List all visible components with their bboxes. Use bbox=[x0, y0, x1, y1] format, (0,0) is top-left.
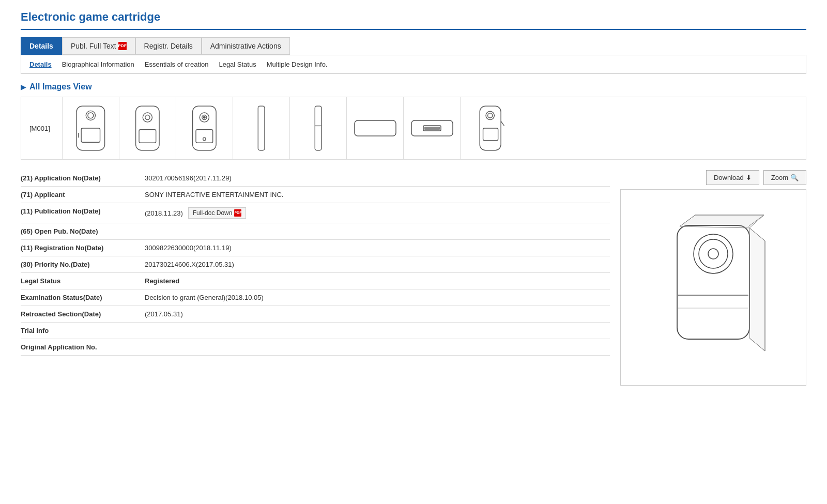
download-button[interactable]: Download ⬇ bbox=[706, 170, 759, 185]
image-panel-controls: Download ⬇ Zoom 🔍 bbox=[620, 170, 806, 185]
page-title: Electronic game cartridge bbox=[21, 10, 806, 24]
images-strip: [M001] bbox=[21, 97, 806, 160]
sub-tab-multiple-design[interactable]: Multiple Design Info. bbox=[267, 59, 328, 69]
svg-point-14 bbox=[203, 138, 206, 140]
table-row: (30) Priority No.(Date) 201730214606.X(2… bbox=[21, 256, 610, 273]
table-row: (11) Registration No(Date) 3009822630000… bbox=[21, 240, 610, 256]
details-section: (21) Application No(Date) 3020170056196(… bbox=[21, 170, 806, 386]
svg-rect-18 bbox=[355, 120, 396, 136]
detail-value-applicant: SONY INTERACTIVE ENTERTAINMENT INC. bbox=[145, 191, 610, 198]
svg-rect-25 bbox=[483, 128, 498, 141]
table-row: (65) Open Pub. No(Date) bbox=[21, 223, 610, 240]
detail-label-priority: (30) Priority No.(Date) bbox=[21, 261, 145, 268]
zoom-icon: 🔍 bbox=[790, 174, 799, 181]
detail-value-exam: Decision to grant (General)(2018.10.05) bbox=[145, 294, 610, 301]
svg-point-12 bbox=[204, 116, 206, 118]
svg-point-2 bbox=[88, 113, 94, 118]
detail-value-pub-no: (2018.11.23) Full-doc Down PDF bbox=[145, 207, 610, 219]
images-list bbox=[63, 97, 806, 159]
sub-tab-biographical[interactable]: Biographical Information bbox=[62, 59, 134, 69]
svg-point-1 bbox=[86, 111, 95, 120]
detail-label-applicant: (71) Applicant bbox=[21, 191, 145, 198]
title-divider bbox=[21, 29, 806, 30]
tab-details[interactable]: Details bbox=[21, 37, 62, 55]
svg-point-30 bbox=[708, 249, 718, 259]
sub-tab-legal-status[interactable]: Legal Status bbox=[219, 59, 256, 69]
image-preview[interactable] bbox=[620, 189, 806, 386]
svg-rect-13 bbox=[196, 130, 213, 143]
images-label: [M001] bbox=[21, 97, 63, 159]
device-image-4[interactable] bbox=[233, 97, 290, 159]
sub-tab-essentials[interactable]: Essentials of creation bbox=[145, 59, 209, 69]
svg-point-7 bbox=[145, 115, 150, 120]
detail-value-reg-no: 3009822630000(2018.11.19) bbox=[145, 244, 610, 252]
detail-label-exam: Examination Status(Date) bbox=[21, 294, 145, 301]
table-row: (11) Publication No(Date) (2018.11.23) F… bbox=[21, 203, 610, 223]
tab-registr-details[interactable]: Registr. Details bbox=[135, 37, 202, 55]
device-image-8[interactable] bbox=[461, 97, 517, 159]
detail-value-legal: Registered bbox=[145, 277, 610, 285]
svg-rect-3 bbox=[81, 128, 100, 142]
all-images-header: ▶ All Images View bbox=[21, 82, 806, 91]
svg-point-24 bbox=[487, 113, 492, 118]
table-row: Examination Status(Date) Decision to gra… bbox=[21, 289, 610, 306]
sub-tab-details[interactable]: Details bbox=[29, 59, 52, 69]
table-row: (71) Applicant SONY INTERACTIVE ENTERTAI… bbox=[21, 187, 610, 203]
svg-rect-27 bbox=[677, 225, 749, 339]
image-panel: Download ⬇ Zoom 🔍 bbox=[620, 170, 806, 386]
table-row: Legal Status Registered bbox=[21, 273, 610, 289]
device-image-2[interactable] bbox=[119, 97, 176, 159]
details-table: (21) Application No(Date) 3020170056196(… bbox=[21, 170, 610, 356]
tab-admin-actions[interactable]: Administrative Actions bbox=[202, 37, 290, 55]
device-image-6[interactable] bbox=[347, 97, 404, 159]
sub-tabs: Details Biographical Information Essenti… bbox=[21, 55, 806, 74]
table-row: Original Application No. bbox=[21, 339, 610, 356]
detail-value-retro: (2017.05.31) bbox=[145, 310, 610, 318]
device-image-7[interactable] bbox=[404, 97, 461, 159]
device-image-3[interactable] bbox=[176, 97, 233, 159]
pdf-icon-sm: PDF bbox=[234, 209, 241, 217]
svg-rect-21 bbox=[424, 127, 440, 130]
detail-label-retro: Retroacted Section(Date) bbox=[21, 310, 145, 318]
table-row: Retroacted Section(Date) (2017.05.31) bbox=[21, 306, 610, 323]
expand-triangle-icon[interactable]: ▶ bbox=[21, 83, 26, 91]
preview-svg bbox=[636, 194, 791, 380]
detail-label-legal: Legal Status bbox=[21, 277, 145, 285]
zoom-label: Zoom bbox=[771, 174, 788, 181]
detail-label-app-no: (21) Application No(Date) bbox=[21, 174, 145, 182]
all-images-title: All Images View bbox=[29, 82, 92, 91]
svg-rect-8 bbox=[139, 130, 156, 143]
detail-label-open-pub: (65) Open Pub. No(Date) bbox=[21, 227, 145, 235]
detail-value-priority: 201730214606.X(2017.05.31) bbox=[145, 261, 610, 268]
detail-label-pub-no: (11) Publication No(Date) bbox=[21, 207, 145, 215]
zoom-button[interactable]: Zoom 🔍 bbox=[763, 170, 806, 185]
svg-point-23 bbox=[486, 111, 494, 119]
table-row: (21) Application No(Date) 3020170056196(… bbox=[21, 170, 610, 187]
svg-line-26 bbox=[501, 121, 504, 126]
download-label: Download bbox=[714, 174, 744, 181]
detail-value-app-no: 3020170056196(2017.11.29) bbox=[145, 174, 610, 182]
detail-label-orig-app: Original Application No. bbox=[21, 343, 145, 351]
tab-publ-full-text[interactable]: Publ. Full Text PDF bbox=[62, 37, 135, 55]
download-icon: ⬇ bbox=[746, 174, 752, 181]
svg-rect-15 bbox=[258, 106, 265, 150]
svg-point-29 bbox=[699, 239, 728, 268]
table-row: Trial Info bbox=[21, 323, 610, 339]
full-doc-button[interactable]: Full-doc Down PDF bbox=[188, 207, 247, 219]
device-image-1[interactable] bbox=[63, 97, 119, 159]
detail-label-trial: Trial Info bbox=[21, 327, 145, 334]
device-image-5[interactable] bbox=[290, 97, 347, 159]
detail-label-reg-no: (11) Registration No(Date) bbox=[21, 244, 145, 252]
svg-rect-16 bbox=[315, 106, 321, 150]
svg-point-28 bbox=[694, 234, 733, 273]
pdf-icon: PDF bbox=[118, 42, 127, 50]
svg-point-6 bbox=[143, 113, 152, 122]
main-tabs: Details Publ. Full Text PDF Registr. Det… bbox=[21, 37, 806, 55]
